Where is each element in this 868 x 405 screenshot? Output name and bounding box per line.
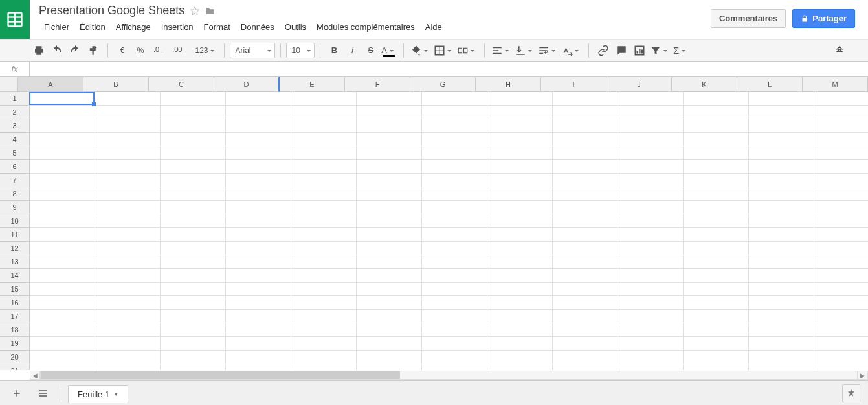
decrease-decimal-button[interactable]: .0← <box>151 43 167 58</box>
row-header[interactable]: 16 <box>0 296 30 310</box>
cell[interactable] <box>487 214 553 228</box>
cell[interactable] <box>422 269 487 283</box>
cell[interactable] <box>749 106 814 119</box>
column-header[interactable]: M <box>803 77 868 92</box>
cell[interactable] <box>684 364 749 370</box>
text-wrap-button[interactable] <box>538 43 559 58</box>
cell[interactable] <box>749 323 814 337</box>
cell[interactable] <box>553 283 618 296</box>
borders-button[interactable] <box>434 43 454 58</box>
cell[interactable] <box>30 92 95 106</box>
scroll-right-button[interactable]: ▶ <box>858 371 868 380</box>
row-header[interactable]: 14 <box>0 269 30 283</box>
cell[interactable] <box>161 187 226 201</box>
cell[interactable] <box>291 310 357 323</box>
increase-decimal-button[interactable]: .00→ <box>170 43 190 58</box>
share-button[interactable]: Partager <box>792 9 855 28</box>
cell[interactable] <box>487 364 553 370</box>
cell[interactable] <box>30 364 95 370</box>
cell[interactable] <box>618 283 684 296</box>
cell[interactable] <box>30 269 95 283</box>
cell[interactable] <box>357 106 422 119</box>
insert-chart-button[interactable] <box>632 43 647 58</box>
cell[interactable] <box>814 187 868 201</box>
cell[interactable] <box>749 119 814 133</box>
menu-addons[interactable]: Modules complémentaires <box>311 19 420 34</box>
cell[interactable] <box>357 160 422 174</box>
cell[interactable] <box>291 364 357 370</box>
font-select[interactable]: Arial <box>230 43 275 58</box>
column-header[interactable]: G <box>410 77 476 92</box>
cell[interactable] <box>226 106 291 119</box>
cell[interactable] <box>749 92 814 106</box>
cell[interactable] <box>161 323 226 337</box>
paint-format-button[interactable] <box>85 43 101 58</box>
cell[interactable] <box>422 351 487 364</box>
cell[interactable] <box>684 283 749 296</box>
row-header[interactable]: 18 <box>0 323 30 337</box>
cell[interactable] <box>618 296 684 310</box>
cell[interactable] <box>618 214 684 228</box>
cell[interactable] <box>422 296 487 310</box>
cell[interactable] <box>422 337 487 351</box>
cell[interactable] <box>291 187 357 201</box>
cell[interactable] <box>291 133 357 146</box>
cell[interactable] <box>618 323 684 337</box>
cell[interactable] <box>749 228 814 242</box>
cell[interactable] <box>487 228 553 242</box>
cell[interactable] <box>291 214 357 228</box>
explore-button[interactable] <box>842 384 860 402</box>
insert-link-button[interactable] <box>595 43 611 58</box>
fill-handle[interactable] <box>92 102 96 106</box>
cell[interactable] <box>161 242 226 255</box>
cell[interactable] <box>749 269 814 283</box>
cell[interactable] <box>487 174 553 187</box>
cell[interactable] <box>161 351 226 364</box>
menu-format[interactable]: Format <box>199 19 236 34</box>
cell[interactable] <box>226 174 291 187</box>
cell[interactable] <box>684 187 749 201</box>
redo-button[interactable] <box>67 43 83 58</box>
currency-button[interactable]: € <box>115 43 130 58</box>
cell[interactable] <box>814 269 868 283</box>
cell[interactable] <box>95 214 161 228</box>
cell[interactable] <box>95 255 161 269</box>
cell[interactable] <box>291 174 357 187</box>
cell[interactable] <box>161 296 226 310</box>
italic-button[interactable]: I <box>345 43 361 58</box>
cell[interactable] <box>226 351 291 364</box>
cell[interactable] <box>161 174 226 187</box>
cell[interactable] <box>553 187 618 201</box>
star-icon[interactable] <box>190 6 200 16</box>
font-size-select[interactable]: 10 <box>286 43 315 58</box>
cell[interactable] <box>422 146 487 160</box>
scroll-thumb[interactable] <box>41 371 400 379</box>
cell[interactable] <box>814 133 868 146</box>
cell[interactable] <box>30 214 95 228</box>
cell[interactable] <box>291 255 357 269</box>
cell[interactable] <box>814 160 868 174</box>
cell[interactable] <box>684 310 749 323</box>
cell[interactable] <box>487 133 553 146</box>
cell[interactable] <box>161 160 226 174</box>
cell[interactable] <box>95 296 161 310</box>
cell[interactable] <box>95 174 161 187</box>
cell[interactable] <box>226 92 291 106</box>
cell[interactable] <box>357 269 422 283</box>
cell[interactable] <box>553 214 618 228</box>
cell[interactable] <box>814 228 868 242</box>
cell[interactable] <box>357 146 422 160</box>
row-header[interactable]: 10 <box>0 214 30 228</box>
cell[interactable] <box>30 133 95 146</box>
cell[interactable] <box>553 146 618 160</box>
cell[interactable] <box>291 106 357 119</box>
cell[interactable] <box>814 323 868 337</box>
cell[interactable] <box>814 242 868 255</box>
cell[interactable] <box>684 119 749 133</box>
insert-comment-button[interactable] <box>614 43 629 58</box>
cell[interactable] <box>422 214 487 228</box>
cell[interactable] <box>30 283 95 296</box>
cell[interactable] <box>357 201 422 214</box>
cell[interactable] <box>30 351 95 364</box>
cell[interactable] <box>95 323 161 337</box>
